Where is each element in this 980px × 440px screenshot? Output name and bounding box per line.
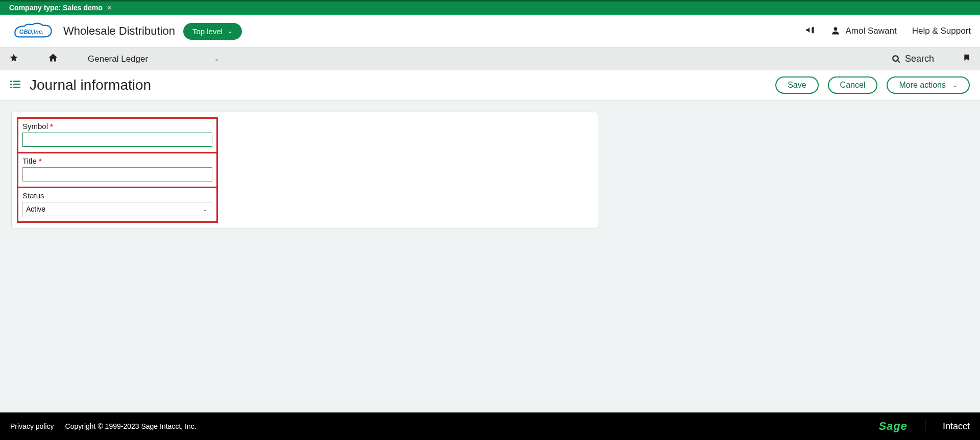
help-support-link[interactable]: Help & Support — [912, 26, 971, 36]
content-area: Symbol* Title* Status ⌄ — [0, 100, 980, 240]
svg-rect-8 — [10, 87, 12, 88]
close-icon[interactable]: ✕ — [107, 4, 112, 12]
user-name-label: Amol Sawant — [846, 26, 897, 36]
svg-point-2 — [893, 56, 898, 61]
module-dropdown[interactable]: General Ledger ⌄ — [88, 54, 219, 64]
title-label: Title* — [22, 157, 212, 165]
search-button[interactable]: Search — [892, 54, 934, 64]
company-type-banner: Company type: Sales demo ✕ — [0, 0, 980, 15]
symbol-input[interactable] — [22, 133, 212, 147]
symbol-label: Symbol* — [22, 122, 212, 131]
svg-point-1 — [834, 27, 837, 31]
cancel-button[interactable]: Cancel — [828, 76, 878, 94]
bookmark-icon[interactable] — [963, 53, 971, 65]
search-label: Search — [905, 54, 934, 64]
megaphone-icon[interactable] — [805, 25, 815, 38]
svg-rect-6 — [10, 84, 12, 85]
user-menu[interactable]: Amol Sawant — [830, 25, 897, 37]
chevron-down-icon: ⌄ — [228, 28, 233, 35]
user-icon — [830, 25, 841, 37]
svg-rect-5 — [13, 81, 20, 82]
title-input[interactable] — [22, 167, 212, 182]
svg-text:GBD,Inc.: GBD,Inc. — [19, 29, 44, 35]
svg-rect-4 — [10, 81, 12, 82]
company-type-link[interactable]: Company type: Sales demo — [9, 4, 103, 12]
module-label: General Ledger — [88, 54, 148, 64]
chevron-down-icon: ⌄ — [214, 56, 219, 62]
main-header: GBD,Inc. Wholesale Distribution Top leve… — [0, 15, 980, 47]
title-field-group: Title* — [17, 153, 218, 188]
svg-line-3 — [897, 60, 900, 63]
more-actions-label: More actions — [899, 81, 946, 90]
company-name-label: Wholesale Distribution — [63, 24, 175, 38]
required-asterisk: * — [39, 157, 42, 165]
page-title-row: Journal information Save Cancel More act… — [0, 70, 980, 100]
page-title: Journal information — [30, 77, 151, 93]
status-field-group: Status ⌄ — [17, 188, 218, 223]
status-label: Status — [22, 191, 212, 200]
symbol-field-group: Symbol* — [17, 117, 218, 153]
home-icon[interactable] — [48, 53, 58, 65]
company-logo[interactable]: GBD,Inc. — [9, 20, 55, 42]
svg-rect-9 — [13, 87, 20, 88]
status-select[interactable] — [22, 202, 212, 216]
top-level-dropdown[interactable]: Top level ⌄ — [183, 23, 242, 40]
svg-rect-7 — [13, 84, 20, 85]
top-level-label: Top level — [192, 27, 223, 36]
more-actions-button[interactable]: More actions ⌄ — [887, 76, 970, 94]
save-button[interactable]: Save — [775, 76, 818, 94]
journal-form-card: Symbol* Title* Status ⌄ — [11, 112, 598, 228]
required-asterisk: * — [50, 122, 53, 131]
chevron-down-icon: ⌄ — [953, 82, 958, 89]
list-menu-icon[interactable] — [10, 80, 20, 91]
star-icon[interactable] — [9, 53, 18, 65]
module-nav-bar: General Ledger ⌄ Search — [0, 47, 980, 70]
